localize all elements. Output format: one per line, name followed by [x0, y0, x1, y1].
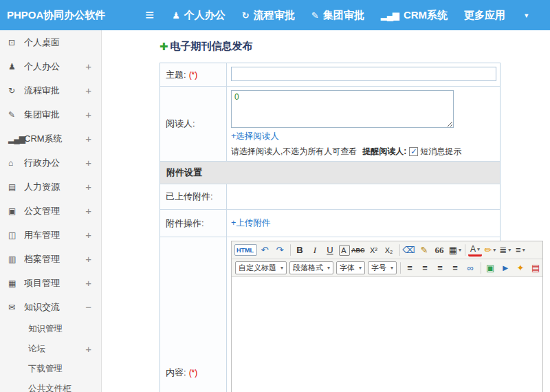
- sidebar-item-personal-desktop[interactable]: ⊡ 个人桌面: [0, 30, 101, 54]
- fontsize-select[interactable]: 字号 ▾: [368, 261, 397, 274]
- insert-table-button[interactable]: ▦ ▾: [448, 243, 462, 257]
- dropdown-caret-icon: ▾: [390, 265, 393, 271]
- align-justify-button[interactable]: ≡: [449, 261, 463, 275]
- insert-media-button[interactable]: ►: [499, 261, 513, 275]
- redo-button[interactable]: ↷: [274, 243, 287, 257]
- nav-group-approval[interactable]: ✎ 集团审批: [311, 9, 364, 22]
- toolbar-button-glyph: I: [314, 245, 316, 256]
- sidebar-subitem-download-mgmt[interactable]: 下载管理: [0, 359, 101, 379]
- nav-more-apps[interactable]: 更多应用: [464, 9, 505, 22]
- dropdown-caret-icon: ▾: [522, 247, 525, 253]
- pencil-icon: ✎: [8, 110, 22, 120]
- heading-select[interactable]: 自定义标题 ▾: [235, 261, 287, 274]
- sidebar-item-knowledge-exchange[interactable]: ✉ 知识交流 −: [0, 295, 101, 319]
- expand-toggle-icon[interactable]: −: [85, 301, 91, 313]
- font-color-button[interactable]: A ▾: [468, 244, 482, 257]
- nav-workflow-approval[interactable]: ↻ 流程审批: [242, 9, 295, 22]
- format-painter-button[interactable]: ✎: [418, 243, 432, 257]
- sidebar-subitem-knowledge-mgmt[interactable]: 知识管理: [0, 319, 101, 339]
- source-code-button[interactable]: HTML: [234, 244, 257, 256]
- nav-personal-office[interactable]: ♟ 个人办公: [172, 9, 226, 22]
- unordered-list-button[interactable]: ≡ ▾: [514, 243, 527, 257]
- ordered-list-button[interactable]: ≣ ▾: [498, 243, 512, 257]
- sidebar-item-document-mgmt[interactable]: ▣ 公文管理 +: [0, 199, 101, 223]
- sidebar-item-personal-office[interactable]: ♟ 个人办公 +: [0, 54, 101, 78]
- toolbar-button-glyph: ≡: [422, 263, 428, 273]
- align-center-button[interactable]: ≡: [419, 261, 432, 275]
- uploaded-label-cell: 已上传附件:: [160, 184, 227, 209]
- align-left-button[interactable]: ≡: [404, 261, 417, 275]
- select-readers-link[interactable]: +选择阅读人: [231, 131, 279, 141]
- nav-crm-system[interactable]: ▂▄▆ CRM系统: [381, 9, 448, 22]
- underline-button[interactable]: U: [324, 243, 338, 257]
- paragraph-select[interactable]: 段落格式 ▾: [289, 261, 333, 274]
- nav-label: 个人办公: [184, 9, 226, 22]
- expand-toggle-icon[interactable]: +: [85, 109, 91, 120]
- sidebar-subitem-label: 知识管理: [28, 323, 63, 335]
- sms-reminder-checkbox[interactable]: ✓: [409, 147, 418, 156]
- book-icon: ▤: [8, 182, 22, 192]
- select-readers-row: +选择阅读人: [231, 131, 496, 142]
- bold-button[interactable]: B: [294, 243, 307, 257]
- expand-toggle-icon[interactable]: +: [85, 61, 91, 72]
- sidebar-item-label: 档案管理: [24, 253, 60, 265]
- superscript-button[interactable]: X²: [368, 243, 382, 257]
- expand-toggle-icon[interactable]: +: [85, 133, 91, 144]
- highlight-color-button[interactable]: ✏ ▾: [483, 243, 497, 257]
- remove-format-button[interactable]: ⌫: [403, 243, 417, 257]
- readers-textarea[interactable]: 0: [231, 90, 454, 128]
- chevron-down-icon[interactable]: ▾: [525, 11, 529, 20]
- font-select[interactable]: 字体 ▾: [336, 261, 365, 274]
- sidebar-menu: ⊡ 个人桌面 ♟ 个人办公 + ↻ 流程审批 + ✎: [0, 30, 101, 319]
- cycle-icon: ↻: [242, 10, 249, 21]
- dropdown-caret-icon: ▾: [327, 265, 330, 271]
- undo-button[interactable]: ↶: [258, 243, 272, 257]
- subject-input[interactable]: [231, 67, 496, 81]
- sidebar-subitem-forum[interactable]: 论坛 +: [0, 339, 101, 359]
- expand-toggle-icon[interactable]: +: [85, 157, 91, 168]
- main-content: ✚ 电子期刊信息发布 主题: (*) 阅读人: 0: [102, 30, 550, 392]
- insert-flash-button[interactable]: ✦: [514, 261, 528, 275]
- toolbar-button-glyph: ▣: [486, 263, 494, 273]
- sidebar-item-group-approval[interactable]: ✎ 集团审批 +: [0, 102, 101, 127]
- upload-attachment-link[interactable]: +上传附件: [231, 217, 270, 229]
- sidebar-item-admin-office[interactable]: ⌂ 行政办公 +: [0, 151, 101, 175]
- expand-toggle-icon[interactable]: +: [85, 85, 91, 96]
- subscript-button[interactable]: X₂: [383, 243, 397, 257]
- insert-image-button[interactable]: ▣: [484, 261, 498, 275]
- sidebar-item-crm-system[interactable]: ▂▄▆ CRM系统 +: [0, 127, 101, 151]
- sidebar-item-archive-mgmt[interactable]: ▥ 档案管理 +: [0, 247, 101, 271]
- sidebar-item-vehicle-mgmt[interactable]: ◫ 用车管理 +: [0, 223, 101, 247]
- expand-toggle-icon[interactable]: +: [85, 277, 91, 289]
- dropdown-caret-icon: ▾: [493, 247, 496, 253]
- sidebar-subitem-public-cabinet[interactable]: 公共文件柜: [0, 379, 101, 392]
- expand-toggle-icon[interactable]: +: [85, 253, 91, 265]
- subject-label-cell: 主题: (*): [160, 63, 227, 86]
- toolbar-button-glyph: U: [327, 245, 333, 255]
- align-right-button[interactable]: ≡: [434, 261, 448, 275]
- toolbar-button-glyph: 字体: [340, 263, 355, 273]
- font-style-button[interactable]: A: [339, 245, 350, 256]
- toolbar-button-glyph: ≡: [452, 263, 458, 273]
- sidebar-item-project-mgmt[interactable]: ▦ 项目管理 +: [0, 271, 101, 295]
- sidebar-item-label: 用车管理: [24, 229, 60, 241]
- expand-toggle-icon[interactable]: +: [85, 343, 91, 355]
- editor-content-area[interactable]: [232, 277, 542, 392]
- archive-icon: ▥: [8, 254, 22, 264]
- sidebar-item-workflow-approval[interactable]: ↻ 流程审批 +: [0, 78, 101, 102]
- toolbar-button-glyph: HTML: [236, 247, 254, 254]
- blockquote-button[interactable]: 66: [433, 243, 447, 257]
- hamburger-menu-icon[interactable]: ≡: [145, 8, 154, 23]
- insert-file-button[interactable]: ▤: [529, 261, 542, 275]
- expand-toggle-icon[interactable]: +: [85, 229, 91, 241]
- italic-button[interactable]: I: [309, 243, 322, 257]
- sidebar-item-human-resources[interactable]: ▤ 人力资源 +: [0, 175, 101, 199]
- expand-toggle-icon[interactable]: +: [85, 205, 91, 217]
- insert-link-button[interactable]: ∞: [464, 261, 478, 275]
- sidebar-item-label: 个人桌面: [24, 36, 60, 49]
- toolbar-button-glyph: ≡: [407, 263, 412, 273]
- strikethrough-button[interactable]: ABC: [351, 243, 366, 257]
- expand-toggle-icon[interactable]: +: [85, 181, 91, 193]
- toolbar-separator: [399, 244, 400, 256]
- app-logo[interactable]: PHPOA协同办公软件: [0, 9, 105, 22]
